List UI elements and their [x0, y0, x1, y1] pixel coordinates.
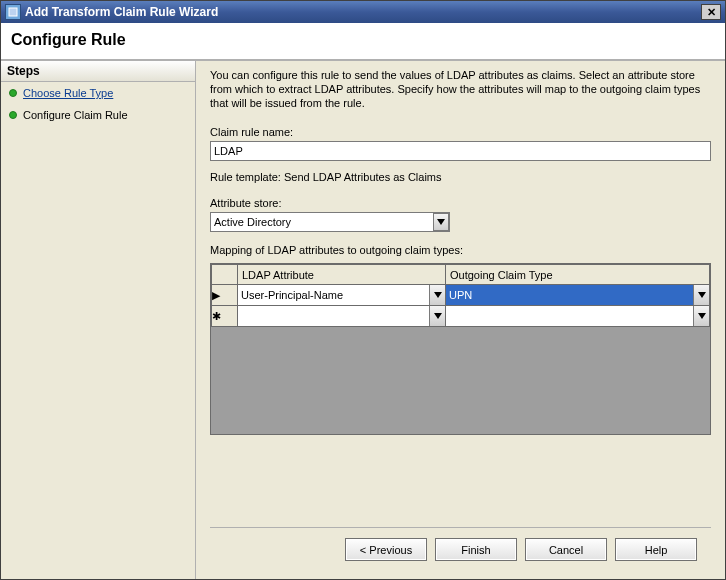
- header-area: Configure Rule: [1, 23, 725, 61]
- svg-marker-4: [434, 313, 442, 319]
- description-text: You can configure this rule to send the …: [210, 69, 711, 110]
- step-label: Configure Claim Rule: [23, 109, 128, 121]
- attribute-store-value[interactable]: [210, 212, 450, 232]
- svg-marker-3: [698, 292, 706, 298]
- outgoing-claim-cell[interactable]: [446, 306, 710, 327]
- page-title: Configure Rule: [11, 31, 715, 49]
- content-panel: You can configure this rule to send the …: [196, 61, 725, 579]
- step-bullet-icon: [9, 111, 17, 119]
- attribute-store-combo[interactable]: [210, 212, 450, 232]
- close-button[interactable]: ✕: [701, 4, 721, 20]
- wizard-window: Add Transform Claim Rule Wizard ✕ Config…: [0, 0, 726, 580]
- svg-rect-0: [9, 8, 17, 16]
- step-label: Choose Rule Type: [23, 87, 113, 99]
- cancel-button[interactable]: Cancel: [525, 538, 607, 561]
- close-icon: ✕: [707, 6, 716, 19]
- chevron-down-icon[interactable]: [693, 306, 709, 326]
- step-bullet-icon: [9, 89, 17, 97]
- claim-rule-name-input[interactable]: [210, 141, 711, 161]
- svg-marker-5: [698, 313, 706, 319]
- col-ldap-attribute[interactable]: LDAP Attribute: [238, 265, 446, 285]
- spacer: [210, 435, 711, 527]
- chevron-down-icon[interactable]: [429, 306, 445, 326]
- outgoing-claim-input[interactable]: [446, 285, 709, 305]
- ldap-attribute-cell[interactable]: [238, 306, 446, 327]
- row-marker-new: ✱: [212, 306, 238, 327]
- button-bar: < Previous Finish Cancel Help: [210, 527, 711, 571]
- outgoing-claim-input[interactable]: [446, 306, 709, 326]
- col-outgoing-claim-type[interactable]: Outgoing Claim Type: [446, 265, 710, 285]
- sidebar-header: Steps: [1, 61, 195, 82]
- window-title: Add Transform Claim Rule Wizard: [25, 5, 701, 19]
- chevron-down-icon[interactable]: [429, 285, 445, 305]
- attribute-store-label: Attribute store:: [210, 197, 711, 209]
- row-header-blank: [212, 265, 238, 285]
- mapping-label: Mapping of LDAP attributes to outgoing c…: [210, 244, 711, 256]
- svg-marker-2: [434, 292, 442, 298]
- steps-sidebar: Steps Choose Rule Type Configure Claim R…: [1, 61, 196, 579]
- body-area: Steps Choose Rule Type Configure Claim R…: [1, 61, 725, 579]
- ldap-attribute-input[interactable]: [238, 306, 445, 326]
- title-bar: Add Transform Claim Rule Wizard ✕: [1, 1, 725, 23]
- step-choose-rule-type[interactable]: Choose Rule Type: [1, 82, 195, 104]
- row-marker-current: ▶: [212, 285, 238, 306]
- step-configure-claim-rule: Configure Claim Rule: [1, 104, 195, 126]
- ldap-attribute-input[interactable]: [238, 285, 445, 305]
- outgoing-claim-cell[interactable]: [446, 285, 710, 306]
- table-row: ✱: [212, 306, 710, 327]
- table-row: ▶: [212, 285, 710, 306]
- help-button[interactable]: Help: [615, 538, 697, 561]
- mapping-grid: LDAP Attribute Outgoing Claim Type ▶: [210, 263, 711, 435]
- ldap-attribute-cell[interactable]: [238, 285, 446, 306]
- grid-empty-area: [211, 327, 710, 434]
- mapping-table: LDAP Attribute Outgoing Claim Type ▶: [211, 264, 710, 327]
- app-icon: [5, 4, 21, 20]
- finish-button[interactable]: Finish: [435, 538, 517, 561]
- previous-button[interactable]: < Previous: [345, 538, 427, 561]
- rule-template-text: Rule template: Send LDAP Attributes as C…: [210, 171, 711, 183]
- chevron-down-icon[interactable]: [693, 285, 709, 305]
- table-header-row: LDAP Attribute Outgoing Claim Type: [212, 265, 710, 285]
- claim-rule-name-label: Claim rule name:: [210, 126, 711, 138]
